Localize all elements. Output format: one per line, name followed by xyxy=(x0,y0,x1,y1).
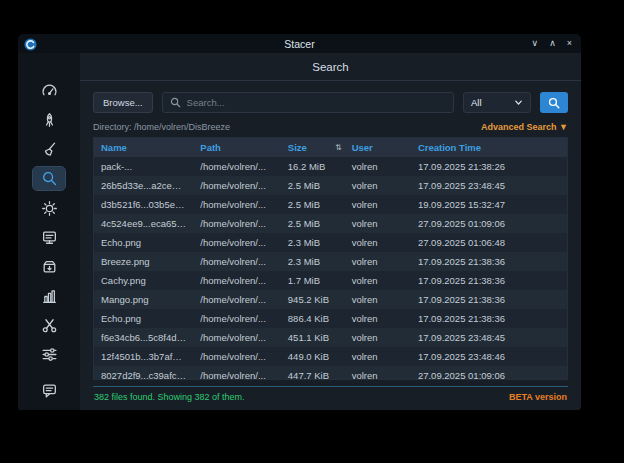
cell-name: 8027d2f9...c39afc14 xyxy=(94,366,193,380)
window-title: Stacer xyxy=(18,38,581,50)
cell-path: /home/volren/... xyxy=(193,309,281,328)
search-button-icon xyxy=(548,97,560,109)
table-row[interactable]: 8027d2f9...c39afc14 /home/volren/... 447… xyxy=(94,366,567,380)
table-row[interactable]: Echo.png /home/volren/... 2.3 MiB volren… xyxy=(94,233,567,252)
sidebar-item-dashboard[interactable] xyxy=(33,79,65,102)
cell-size: 886.4 KiB xyxy=(281,309,345,328)
cell-size: 2.3 MiB xyxy=(281,252,345,271)
sidebar-item-uninstaller[interactable] xyxy=(33,255,65,278)
column-header-user[interactable]: User xyxy=(345,138,411,157)
close-button[interactable]: × xyxy=(567,39,572,48)
cell-path: /home/volren/... xyxy=(193,366,281,380)
cell-size: 2.3 MiB xyxy=(281,233,345,252)
beta-version-badge: BETA version xyxy=(509,392,567,402)
search-input[interactable] xyxy=(187,97,446,108)
cell-creation-time: 27.09.2025 01:06:48 xyxy=(411,233,567,252)
table-row[interactable]: Mango.png /home/volren/... 945.2 KiB vol… xyxy=(94,290,567,309)
cell-name: Echo.png xyxy=(94,233,193,252)
page-title: Search xyxy=(80,53,581,81)
sidebar xyxy=(18,53,80,410)
monitor-icon xyxy=(41,229,58,246)
maximize-button[interactable]: ∧ xyxy=(549,39,556,48)
table-body: pack-... /home/volren/... 16.2 MiB volre… xyxy=(94,157,567,380)
sidebar-item-search[interactable] xyxy=(33,167,65,190)
cell-name: f6e34cb6...5c8f4dc5 xyxy=(94,328,193,347)
table-row[interactable]: pack-... /home/volren/... 16.2 MiB volre… xyxy=(94,157,567,176)
cell-path: /home/volren/... xyxy=(193,271,281,290)
cell-user: volren xyxy=(345,252,411,271)
search-button[interactable] xyxy=(540,92,568,113)
cell-path: /home/volren/... xyxy=(193,252,281,271)
table-row[interactable]: 4c524ee9...eca65c8c /home/volren/... 2.5… xyxy=(94,214,567,233)
cell-creation-time: 17.09.2025 23:48:45 xyxy=(411,176,567,195)
scissors-icon xyxy=(41,317,58,334)
sidebar-item-startup-apps[interactable] xyxy=(33,108,65,131)
sidebar-item-feedback[interactable] xyxy=(33,379,65,402)
cell-path: /home/volren/... xyxy=(193,176,281,195)
column-header-creation-time[interactable]: Creation Time xyxy=(411,138,567,157)
cell-user: volren xyxy=(345,176,411,195)
magnifier-icon xyxy=(41,170,58,187)
table-row[interactable]: f6e34cb6...5c8f4dc5 /home/volren/... 451… xyxy=(94,328,567,347)
sidebar-item-processes[interactable] xyxy=(33,226,65,249)
cell-size: 449.0 KiB xyxy=(281,347,345,366)
cell-size: 16.2 MiB xyxy=(281,157,345,176)
cell-name: pack-... xyxy=(94,157,193,176)
cell-size: 1.7 MiB xyxy=(281,271,345,290)
chevron-down-icon xyxy=(514,98,523,107)
search-box[interactable] xyxy=(162,92,454,113)
table-row[interactable]: 26b5d33e...a2ce3c9f /home/volren/... 2.5… xyxy=(94,176,567,195)
filter-dropdown[interactable]: All xyxy=(463,92,531,113)
cell-creation-time: 17.09.2025 21:38:36 xyxy=(411,271,567,290)
search-icon xyxy=(170,97,181,108)
package-icon xyxy=(41,258,58,275)
column-header-path[interactable]: Path xyxy=(193,138,281,157)
browse-button[interactable]: Browse... xyxy=(93,92,153,113)
chat-bubble-icon xyxy=(41,382,58,399)
cell-user: volren xyxy=(345,309,411,328)
cell-creation-time: 27.09.2025 01:09:06 xyxy=(411,366,567,380)
cell-creation-time: 17.09.2025 21:38:36 xyxy=(411,290,567,309)
cell-size: 2.5 MiB xyxy=(281,176,345,195)
advanced-search-link[interactable]: Advanced Search ▼ xyxy=(481,122,568,132)
cell-user: volren xyxy=(345,328,411,347)
cell-name: 12f4501b...3b7af9a5 xyxy=(94,347,193,366)
cell-user: volren xyxy=(345,366,411,380)
sidebar-item-resources[interactable] xyxy=(33,285,65,308)
cell-name: Breeze.png xyxy=(94,252,193,271)
column-header-size-label: Size xyxy=(288,142,307,153)
search-toolbar: Browse... All xyxy=(93,92,568,113)
minimize-button[interactable]: ∨ xyxy=(532,39,539,48)
sidebar-item-system-cleaner[interactable] xyxy=(33,138,65,161)
cell-user: volren xyxy=(345,290,411,309)
sidebar-item-settings[interactable] xyxy=(33,343,65,366)
table-row[interactable]: Cachy.png /home/volren/... 1.7 MiB volre… xyxy=(94,271,567,290)
cell-name: 4c524ee9...eca65c8c xyxy=(94,214,193,233)
sidebar-item-helpers[interactable] xyxy=(33,314,65,337)
gauge-icon xyxy=(41,82,58,99)
cell-size: 451.1 KiB xyxy=(281,328,345,347)
cell-size: 945.2 KiB xyxy=(281,290,345,309)
table-row[interactable]: 12f4501b...3b7af9a5 /home/volren/... 449… xyxy=(94,347,567,366)
cell-size: 2.5 MiB xyxy=(281,195,345,214)
cell-path: /home/volren/... xyxy=(193,195,281,214)
cell-name: Mango.png xyxy=(94,290,193,309)
filter-dropdown-value: All xyxy=(471,97,482,108)
results-table: Name Path Size ⇅ User Creation Time xyxy=(93,137,568,380)
cell-path: /home/volren/... xyxy=(193,328,281,347)
cell-creation-time: 17.09.2025 21:38:36 xyxy=(411,309,567,328)
broom-icon xyxy=(41,141,58,158)
bar-chart-icon xyxy=(41,288,58,305)
table-row[interactable]: Echo.png /home/volren/... 886.4 KiB volr… xyxy=(94,309,567,328)
table-row[interactable]: Breeze.png /home/volren/... 2.3 MiB volr… xyxy=(94,252,567,271)
desktop-background: Stacer ∨ ∧ × xyxy=(0,0,624,463)
column-header-name[interactable]: Name xyxy=(94,138,193,157)
titlebar[interactable]: Stacer ∨ ∧ × xyxy=(18,34,581,53)
sidebar-item-services[interactable] xyxy=(33,196,65,219)
table-row[interactable]: d3b521f6...03b5e1cc /home/volren/... 2.5… xyxy=(94,195,567,214)
cell-path: /home/volren/... xyxy=(193,347,281,366)
cell-path: /home/volren/... xyxy=(193,214,281,233)
column-header-size[interactable]: Size ⇅ xyxy=(281,138,345,157)
window-controls: ∨ ∧ × xyxy=(532,34,572,53)
cell-user: volren xyxy=(345,195,411,214)
